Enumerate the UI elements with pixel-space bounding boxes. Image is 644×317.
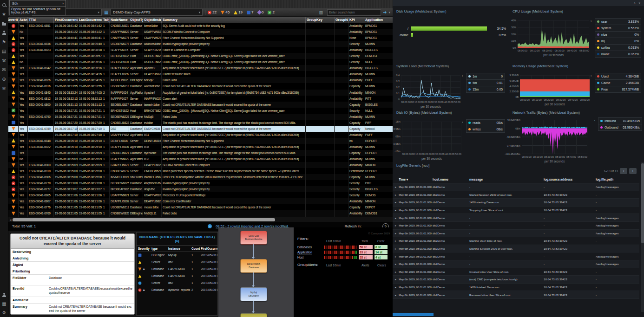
event-row[interactable]: Yes19-05-06 08:27:2019-05-06 08:27:201CN… xyxy=(8,120,393,126)
legend-item[interactable]: Outbound-53.986KiB/s xyxy=(598,124,642,131)
expand-icon[interactable]: ▸ xyxy=(393,224,399,227)
tools-ic[interactable]: ⚒ xyxy=(1,58,7,64)
col-firstoccurrence[interactable]: FirstOccurrence xyxy=(201,247,217,250)
event-row[interactable]: Yes19-05-06 08:25:0919-05-06 08:25:091CN… xyxy=(8,150,393,156)
col-log-source[interactable]: log.source.address xyxy=(544,178,596,181)
search-ic[interactable] xyxy=(1,2,7,8)
relations-icon[interactable]: ▥ xyxy=(319,10,323,15)
col-nodename[interactable]: NodeName xyxy=(110,17,129,23)
expand-icon[interactable]: ▸ xyxy=(393,232,399,235)
severity-count-minor[interactable]: 19 xyxy=(234,10,243,14)
event-row[interactable]: YesESD-00041-681219-05-06 08:32:1319-05-… xyxy=(8,96,393,102)
quick-search-input[interactable] xyxy=(11,1,59,6)
col-lastoccurrence[interactable]: LastOccurrence xyxy=(78,17,102,23)
expand-icon[interactable]: ▸ xyxy=(393,278,399,281)
topology-node-database[interactable]: EASYCMDB Database xyxy=(240,259,267,273)
expand-icon[interactable]: ▸ xyxy=(393,247,399,250)
flag-ic[interactable]: ⚑ xyxy=(1,39,7,45)
chevron-down-icon[interactable]: ▾ xyxy=(638,1,640,5)
log-row[interactable]: ▸May 6th 2019, 08:01:01.000db2Demo--/var… xyxy=(393,183,639,191)
event-row[interactable]: YesESD-00041-684519-05-06 08:33:2419-05-… xyxy=(8,90,393,96)
legend-collapse-icon[interactable]: › xyxy=(591,19,592,23)
related-row[interactable]: ×♟Databasedynamic_reports22019-05-06 07:… xyxy=(137,286,217,293)
col-severity[interactable]: Severity xyxy=(8,17,19,23)
log-hscrollbar-thumb[interactable] xyxy=(393,313,434,316)
legend-item[interactable]: 5m0.01 xyxy=(466,79,505,86)
log-row[interactable]: ▸May 6th 2019, 08:01:01.000db2DemoStoppi… xyxy=(393,207,639,214)
col-ttid[interactable]: TTId xyxy=(28,17,54,23)
severity-count-clear[interactable]: ✓2 xyxy=(268,10,274,14)
log-row[interactable]: ▸May 6th 2019, 08:01:01.000db2Demo--/var… xyxy=(393,222,639,230)
log-row[interactable]: ▸May 6th 2019, 08:01:01.000db2Demo--/var… xyxy=(393,252,639,260)
legend-item[interactable]: Free817.574MiB xyxy=(595,86,641,93)
col-hostname[interactable]: host.name xyxy=(433,178,469,181)
log-row[interactable]: ▸May 6th 2019, 08:01:01.000db2DemoStarti… xyxy=(393,245,639,253)
event-row[interactable]: YesESD-00041-684819-05-06 08:25:1019-05-… xyxy=(8,138,393,144)
snowflake-ic[interactable]: ❄ xyxy=(1,85,7,91)
expand-icon[interactable]: ▸ xyxy=(393,239,399,242)
close-icon[interactable]: × xyxy=(62,1,64,6)
event-row[interactable]: ×YesESD-00041-677819-05-06 08:23:0819-05… xyxy=(8,180,393,186)
event-row[interactable]: YesESD-00041-680719-05-06 08:21:0619-05-… xyxy=(8,198,393,204)
event-row[interactable]: ×YesESD-00041-677719-05-06 08:23:0719-05… xyxy=(8,186,393,192)
topology-node-server[interactable]: db2 Server xyxy=(240,313,267,317)
event-row[interactable]: YesESD-00041-684219-05-06 08:35:1619-05-… xyxy=(8,65,393,71)
event-row[interactable]: YesESD-00041-681819-05-06 08:25:0819-05-… xyxy=(8,168,393,174)
table-ic[interactable]: ▤ xyxy=(1,48,7,54)
filter-select[interactable]: DEMO-Easy-Cap-APPS▾ xyxy=(111,9,203,16)
event-row[interactable]: YesESD-00041-680019-05-06 08:25:0919-05-… xyxy=(8,162,393,168)
log-row[interactable]: ▸May 6th 2019, 08:01:01.000db2Demo1459 f… xyxy=(393,284,639,291)
col-objectinstance[interactable]: ObjectInstance xyxy=(143,17,162,23)
log-row[interactable]: ▸May 6th 2019, 08:01:01.000db2DemoCreate… xyxy=(393,268,639,276)
col-objecttype[interactable]: ObjectType xyxy=(129,17,143,23)
filter-label[interactable]: Application xyxy=(297,251,324,254)
col-time[interactable]: Time ▾ xyxy=(399,178,433,181)
log-row[interactable]: ▸May 6th 2019, 08:01:01.000db2Demo1458 s… xyxy=(393,199,639,207)
event-row[interactable]: No19-05-06 08:35:3619-05-06 08:35:361USH… xyxy=(8,59,393,65)
legend-item[interactable]: Inbound10.491KiB/s xyxy=(598,117,642,124)
settings-ic[interactable]: ⚙ xyxy=(1,310,7,316)
legend-item[interactable]: Used4.384GiB xyxy=(595,73,641,80)
collapse-icon[interactable]: ∧ xyxy=(633,1,636,5)
col-groupname[interactable]: GroupName xyxy=(335,17,348,23)
expand-icon[interactable]: ▸ xyxy=(393,262,399,265)
legend-collapse-icon[interactable]: › xyxy=(462,120,463,124)
globe-ic[interactable]: ⊕ xyxy=(1,76,7,82)
col-instance[interactable]: Instance xyxy=(168,247,191,250)
expand-icon[interactable]: ▸ xyxy=(393,216,399,220)
legend-item[interactable]: system0.567% xyxy=(595,25,641,32)
next-page-button[interactable]: › xyxy=(629,168,637,174)
prev-page-button[interactable]: ‹ xyxy=(620,168,627,174)
favorites-ic[interactable]: ★ xyxy=(1,11,7,17)
col-firstoccurrence[interactable]: FirstOccurrence xyxy=(54,17,78,23)
legend-item[interactable]: irq0% xyxy=(595,38,641,45)
expand-icon[interactable]: ▸ xyxy=(393,208,399,212)
mail-ic[interactable]: ✉ xyxy=(1,67,7,73)
folder-ic[interactable] xyxy=(1,20,7,26)
legend-item[interactable]: 15m0.05 xyxy=(466,86,505,93)
legend-item[interactable]: reads0B/s xyxy=(466,119,505,126)
legend-collapse-icon[interactable]: › xyxy=(462,74,463,78)
col-count[interactable]: Count xyxy=(191,247,201,250)
log-row[interactable]: ▸May 6th 2019, 08:01:01.000db2DemoRemove… xyxy=(393,291,639,299)
related-row[interactable]: DatabaseEASYCMDB12019-05-06 08:49 xyxy=(137,272,217,279)
col-message[interactable]: message xyxy=(469,178,544,181)
expand-icon[interactable]: ▸ xyxy=(393,255,399,258)
log-row[interactable]: ▸May 6th 2019, 08:01:01.000db2Demo--/var… xyxy=(393,230,639,238)
log-row[interactable]: ▸May 6th 2019, 08:01:01.000db2Demo--/var… xyxy=(393,214,639,222)
legend-item[interactable]: softirq0.033% xyxy=(595,44,641,51)
legend-item[interactable]: iowait0.067% xyxy=(595,51,641,58)
severity-count-major[interactable]: 45 xyxy=(221,10,230,14)
event-row[interactable]: ×YesESD-00041-685119-05-06 08:41:4219-05… xyxy=(8,23,393,29)
log-row[interactable]: ▸May 6th 2019, 08:01:01.000db2DemoStarti… xyxy=(393,237,639,245)
expand-icon[interactable]: ▸ xyxy=(393,270,399,273)
event-row[interactable]: YesESD-00041-682619-05-06 08:34:2519-05-… xyxy=(8,77,393,83)
severity-count-warning[interactable]: 7 xyxy=(247,10,253,14)
expand-icon[interactable]: ▸ xyxy=(393,285,399,289)
chevron-down-icon[interactable]: ▾ xyxy=(388,11,390,14)
expand-icon[interactable]: ▸ xyxy=(393,293,399,297)
related-row[interactable]: Serverdb212019-05-06 08:12 xyxy=(137,279,217,286)
event-row[interactable]: YesESD-00041-680019-05-06 08:31:1319-05-… xyxy=(8,102,393,108)
legend-item[interactable]: 1m0 xyxy=(466,73,505,80)
col-groupkey[interactable]: GroupKey xyxy=(306,17,335,23)
